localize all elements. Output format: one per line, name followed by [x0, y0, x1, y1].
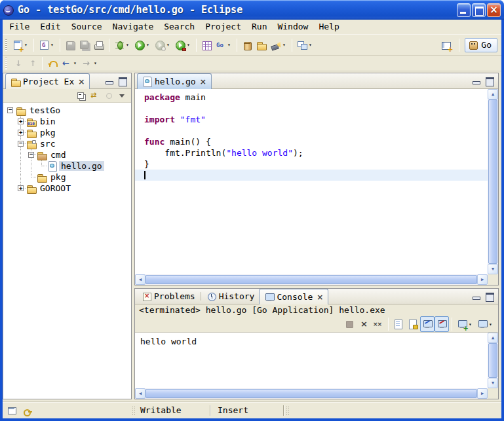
tree-expander[interactable]	[18, 141, 24, 147]
external-tools-button[interactable]	[173, 37, 193, 53]
close-icon[interactable]	[78, 77, 85, 86]
collapse-all-button[interactable]	[75, 90, 88, 102]
console-vertical-scrollbar[interactable]	[488, 333, 498, 388]
new-go-element-button[interactable]	[37, 37, 57, 53]
key-icon[interactable]	[22, 405, 33, 416]
debug-button[interactable]	[112, 37, 132, 53]
clear-console-button[interactable]	[391, 316, 406, 332]
console-output[interactable]: hello world	[135, 333, 488, 388]
max-view-button[interactable]	[484, 291, 495, 302]
open-archive-button[interactable]	[240, 37, 254, 53]
tree-expander[interactable]	[18, 119, 24, 124]
tree-item-hello.go[interactable]: hello.go	[5, 160, 131, 172]
menu-run[interactable]: Run	[246, 20, 272, 33]
code-line-4[interactable]	[135, 125, 488, 136]
back-menu-arrow[interactable]	[72, 58, 78, 68]
back-button[interactable]	[60, 56, 80, 71]
show-stdout-button[interactable]	[420, 316, 435, 332]
maximize-button[interactable]	[472, 3, 486, 17]
menu-project[interactable]: Project	[200, 20, 246, 33]
tab-project-explorer[interactable]: Project Ex	[5, 73, 90, 89]
open-perspective-button[interactable]: +	[439, 37, 454, 53]
open-console-button[interactable]: +	[455, 316, 475, 332]
code-line-5[interactable]: func main() {	[135, 136, 488, 147]
menu-file[interactable]: File	[4, 20, 35, 33]
scroll-up-icon[interactable]	[488, 89, 498, 100]
last-edit-button[interactable]	[45, 56, 60, 71]
view-menu-button[interactable]	[116, 90, 129, 102]
tree-item-bin[interactable]: 010bin	[5, 116, 131, 127]
code-line-2[interactable]	[135, 103, 488, 114]
print-button[interactable]	[92, 37, 106, 53]
scrollbar-thumb[interactable]	[145, 275, 477, 284]
fast-view-icon[interactable]	[7, 405, 17, 416]
tree-item-src[interactable]: src	[5, 138, 131, 149]
editor-horizontal-scrollbar[interactable]	[135, 274, 488, 285]
new-wizard-button[interactable]: +	[10, 37, 31, 53]
tree-item-cmd[interactable]: cmd	[5, 149, 131, 160]
scroll-down-icon[interactable]	[488, 264, 498, 274]
remove-all-launches-button[interactable]	[371, 316, 385, 332]
forward-menu-arrow[interactable]	[92, 58, 98, 68]
prev-annotation-button[interactable]	[25, 56, 39, 71]
new-go-app-button[interactable]	[199, 37, 214, 53]
code-area[interactable]: package mainimport "fmt"func main() { fm…	[135, 89, 488, 274]
save-button[interactable]	[63, 37, 77, 53]
external-tools-menu-arrow[interactable]	[185, 40, 191, 50]
code-line-7[interactable]: }	[135, 158, 488, 170]
tree-item-pkg[interactable]: pkg	[5, 127, 131, 138]
terminate-button[interactable]	[342, 316, 357, 332]
run-menu-arrow[interactable]	[145, 40, 151, 50]
scrollbar-thumb[interactable]	[145, 389, 477, 398]
new-go-element-menu-arrow[interactable]	[49, 40, 55, 50]
link-editor-button[interactable]	[88, 90, 102, 102]
open-folder-button[interactable]	[254, 37, 269, 53]
run-history-menu-arrow[interactable]	[165, 40, 171, 50]
console-horizontal-scrollbar[interactable]	[135, 388, 488, 399]
code-line-3[interactable]: import "fmt"	[135, 114, 488, 125]
save-all-button[interactable]	[77, 37, 92, 53]
menu-edit[interactable]: Edit	[35, 20, 66, 33]
go-perspective-button[interactable]: Go	[465, 38, 497, 52]
tab-history[interactable]: History	[202, 289, 260, 304]
tree-item-testGo[interactable]: testGo	[5, 105, 131, 116]
editor-vertical-scrollbar[interactable]	[488, 89, 498, 274]
team-sync-menu-arrow[interactable]	[307, 40, 313, 50]
scroll-right-icon[interactable]	[477, 274, 488, 285]
tree-expander[interactable]	[28, 152, 34, 158]
next-annotation-button[interactable]	[10, 56, 25, 71]
forward-button[interactable]	[80, 56, 100, 71]
go-wizard-menu-arrow[interactable]	[226, 40, 232, 50]
code-line-8[interactable]	[135, 170, 488, 181]
menu-search[interactable]: Search	[159, 20, 200, 33]
scroll-down-icon[interactable]	[488, 378, 498, 388]
min-view-button[interactable]	[104, 75, 115, 87]
scroll-left-icon[interactable]	[135, 388, 145, 399]
menu-help[interactable]: Help	[313, 20, 344, 33]
tree-item-GOROOT[interactable]: GOROOT	[5, 183, 131, 194]
scroll-up-icon[interactable]	[488, 333, 498, 343]
scrollbar-thumb[interactable]	[488, 343, 497, 378]
scroll-left-icon[interactable]	[135, 274, 145, 285]
close-icon[interactable]	[200, 77, 206, 86]
go-wizard-button[interactable]	[214, 37, 234, 53]
team-sync-button[interactable]	[295, 37, 315, 53]
search-menu-arrow[interactable]	[281, 40, 287, 50]
tab-hello-go[interactable]: hello.go	[137, 73, 212, 89]
menu-window[interactable]: Window	[272, 20, 313, 33]
search-button[interactable]	[269, 37, 289, 53]
tree-expander[interactable]	[7, 107, 13, 113]
tab-console[interactable]: Console	[259, 289, 328, 304]
debug-menu-arrow[interactable]	[125, 40, 130, 50]
display-console-button[interactable]	[475, 316, 495, 332]
min-view-button[interactable]	[471, 291, 482, 302]
code-line-6[interactable]: fmt.Println("hello world");	[135, 147, 488, 158]
code-line-1[interactable]: package main	[135, 92, 488, 103]
title-bar[interactable]: Go - testGo/src/cmd/hello.go - Eclipse	[0, 0, 504, 20]
show-stderr-button[interactable]	[435, 316, 449, 332]
tree-expander[interactable]	[18, 185, 24, 191]
tab-problems[interactable]: Problems	[137, 289, 200, 304]
run-history-button[interactable]	[153, 37, 173, 53]
tree-expander[interactable]	[18, 130, 24, 136]
display-console-menu-arrow[interactable]	[488, 320, 494, 329]
